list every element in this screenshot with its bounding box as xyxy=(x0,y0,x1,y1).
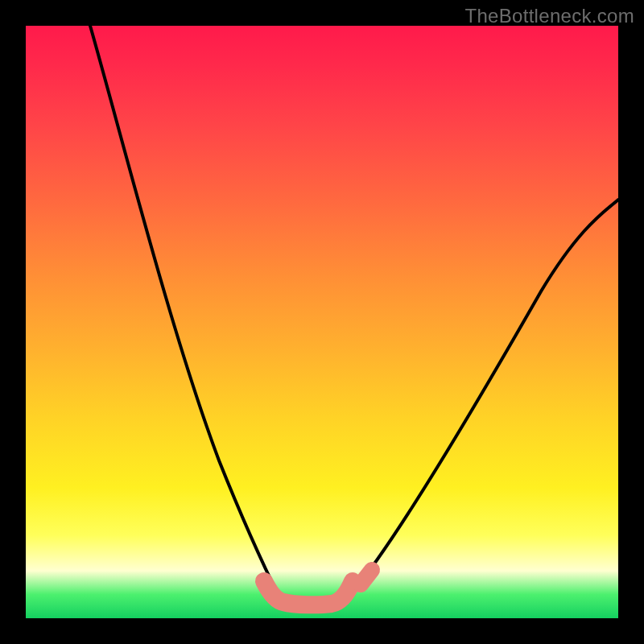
left-curve xyxy=(90,26,280,599)
watermark-text: TheBottleneck.com xyxy=(464,5,634,27)
plot-area xyxy=(26,26,618,618)
right-curve xyxy=(351,200,618,594)
curves-svg xyxy=(26,26,618,618)
marker-dash xyxy=(361,570,372,584)
valley-marker xyxy=(264,581,353,605)
chart-frame: TheBottleneck.com xyxy=(0,0,644,644)
